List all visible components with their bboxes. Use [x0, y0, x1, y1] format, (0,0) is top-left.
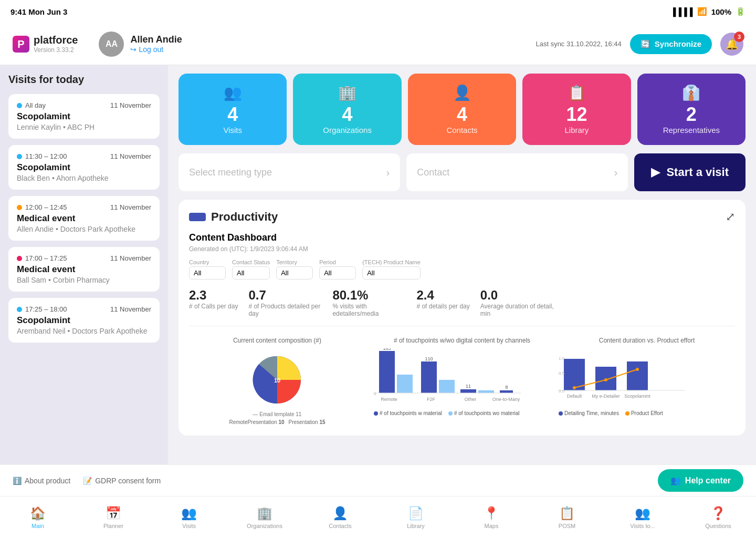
meeting-chevron-icon: ›: [386, 167, 390, 179]
stat-card-representatives[interactable]: 👔 2 Representatives: [637, 74, 746, 145]
stat-card-organizations[interactable]: 🏢 4 Organizations: [293, 74, 401, 145]
filter-period: Period All: [319, 259, 356, 280]
stat-card-library[interactable]: 📋 12 Library: [522, 74, 631, 145]
contacts-icon: 👤: [453, 84, 471, 101]
svg-text:10: 10: [274, 377, 280, 384]
organizations-nav-label: Organizations: [247, 523, 282, 529]
battery-text: 100%: [711, 7, 731, 16]
filter-select[interactable]: All: [362, 266, 421, 280]
main-nav-label: Main: [32, 523, 44, 529]
visit-time-label: 17:00 – 17:25: [25, 254, 67, 262]
nav-item-visits-to[interactable]: 👥 Visits to...: [605, 502, 680, 533]
logo-text-group: platforce Version 3.33.2: [34, 34, 78, 54]
maps-nav-icon: 📍: [484, 506, 499, 521]
nav-item-organizations[interactable]: 🏢 Organizations: [227, 502, 302, 533]
gdpr-link[interactable]: 📝 GDRP consent form: [83, 477, 161, 485]
nav-item-visits[interactable]: 👥 Visits: [151, 502, 227, 533]
avatar: AA: [99, 32, 124, 57]
svg-text:Remote: Remote: [381, 397, 397, 402]
pie-chart-title: Current content composition (#): [189, 337, 365, 344]
stat-card-contacts[interactable]: 👤 4 Contacts: [408, 74, 516, 145]
pie-chart: 10: [240, 348, 314, 411]
filter-select[interactable]: All: [319, 266, 356, 280]
nav-item-main[interactable]: 🏠 Main: [0, 502, 76, 533]
metric-value: 2.4: [416, 288, 469, 303]
svg-text:1.0: 1.0: [559, 356, 565, 361]
select-meeting-type[interactable]: Select meeting type ›: [178, 153, 400, 191]
bottom-nav: 🏠 Main 📅 Planner 👥 Visits 🏢 Organization…: [0, 496, 756, 538]
productivity-section: Productivity ⤢ Content Dashboard Generat…: [178, 200, 746, 436]
svg-point-23: [604, 378, 607, 381]
footer: ℹ️ About product 📝 GDRP consent form 👥 H…: [0, 464, 756, 496]
nav-item-library[interactable]: 📄 Library: [378, 502, 454, 533]
version-text: Version 3.33.2: [34, 46, 78, 54]
main-nav-icon: 🏠: [30, 506, 46, 521]
svg-rect-4: [397, 375, 413, 393]
visit-person: Allen Andie • Doctors Park Apotheke: [17, 225, 151, 233]
filter-label: (TECH) Product Name: [362, 259, 421, 265]
logo-name: platforce: [34, 34, 78, 46]
filter-row: Country All Contact Status All Territory…: [189, 259, 735, 280]
visits-label: Visits: [223, 126, 242, 134]
svg-text:0: 0: [374, 391, 376, 396]
filter-label: Territory: [276, 259, 313, 265]
svg-rect-10: [478, 390, 494, 393]
contacts-nav-label: Contacts: [329, 523, 351, 529]
filter-contact-status: Contact Status All: [232, 259, 270, 280]
svg-point-24: [636, 368, 639, 371]
metrics-row: 2.3 # of Calls per day 0.7 # of Products…: [189, 288, 735, 326]
stats-row: 👥 4 Visits 🏢 4 Organizations 👤 4 Contact…: [178, 74, 746, 145]
visits-icon: 👥: [224, 84, 242, 101]
notification-button[interactable]: 🔔 3: [720, 33, 743, 56]
nav-item-maps[interactable]: 📍 Maps: [454, 502, 529, 533]
nav-item-contacts[interactable]: 👤 Contacts: [302, 502, 378, 533]
filter-select[interactable]: All: [232, 266, 270, 280]
info-icon: ℹ️: [13, 477, 22, 485]
visit-card[interactable]: 17:25 – 18:00 11 November Scopolamint Ar…: [8, 298, 160, 343]
metric-item: 2.4 # of details per day: [416, 288, 469, 317]
header-right: Last sync 31.10.2022, 16:44 🔄 Synchroniz…: [536, 33, 743, 56]
help-label: Help center: [685, 476, 731, 485]
organizations-nav-icon: 🏢: [257, 506, 272, 521]
visit-card[interactable]: 12:00 – 12:45 11 November Medical event …: [8, 196, 160, 241]
about-product-link[interactable]: ℹ️ About product: [13, 477, 70, 485]
svg-text:0.0: 0.0: [559, 389, 565, 394]
visit-name: Medical event: [17, 213, 151, 224]
svg-text:11: 11: [466, 384, 471, 389]
library-nav-label: Library: [407, 523, 425, 529]
visit-card[interactable]: 11:30 – 12:00 11 November Scopolamint Bl…: [8, 145, 160, 190]
nav-item-posm[interactable]: 📋 POSM: [529, 502, 605, 533]
nav-item-questions[interactable]: ❓ Questions: [680, 502, 756, 533]
organizations-label: Organizations: [323, 126, 372, 134]
start-visit-button[interactable]: ▶ Start a visit: [634, 153, 746, 191]
notification-badge: 3: [734, 32, 744, 42]
filter-select[interactable]: All: [276, 266, 313, 280]
visit-card[interactable]: 17:00 – 17:25 11 November Medical event …: [8, 247, 160, 292]
svg-rect-8: [460, 389, 476, 393]
bar-chart: 165 110 11 8 Remote: [374, 348, 521, 406]
select-contact[interactable]: Contact ›: [406, 153, 628, 191]
questions-nav-icon: ❓: [710, 506, 726, 521]
dashboard-title: Content Dashboard: [189, 232, 735, 243]
filter-select[interactable]: All: [189, 266, 226, 280]
visits-number: 4: [227, 104, 238, 126]
filter--tech--product-name: (TECH) Product Name All: [362, 259, 421, 280]
visit-card[interactable]: All day 11 November Scopolamint Lennie K…: [8, 94, 160, 139]
expand-icon[interactable]: ⤢: [726, 210, 735, 224]
start-visit-label: Start a visit: [666, 165, 729, 179]
logout-icon: ↪: [130, 45, 136, 54]
library-label: Library: [564, 126, 589, 134]
visit-person: Lennie Kaylin • ABC PH: [17, 123, 151, 131]
stat-card-visits[interactable]: 👥 4 Visits: [178, 74, 287, 145]
nav-item-planner[interactable]: 📅 Planner: [76, 502, 151, 533]
productivity-title-text: Productivity: [211, 210, 278, 224]
sync-button[interactable]: 🔄 Synchronize: [630, 34, 712, 54]
svg-rect-5: [421, 361, 437, 393]
status-time: 9:41 Mon Jun 3: [10, 7, 67, 16]
combined-chart-title: Content duration vs. Product effort: [559, 337, 735, 344]
logout-link[interactable]: ↪ Log out: [130, 45, 182, 54]
metric-item: 80.1% % visits with edetailers/media: [332, 288, 406, 317]
visit-time-label: 17:25 – 18:00: [25, 305, 67, 313]
filter-label: Contact Status: [232, 259, 270, 265]
help-center-button[interactable]: 👥 Help center: [658, 469, 743, 492]
